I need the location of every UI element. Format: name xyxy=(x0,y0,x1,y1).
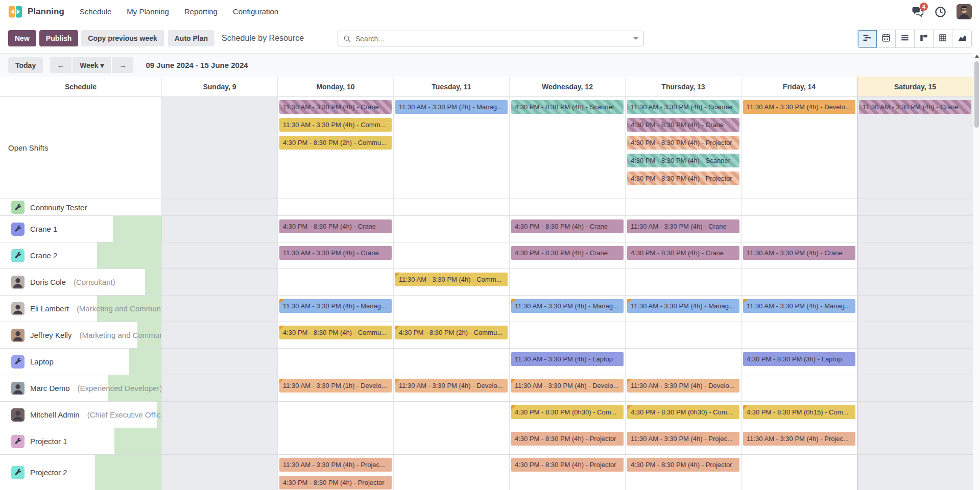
cell-doris-cole-monday-10[interactable] xyxy=(277,269,393,295)
shift-block[interactable]: 11:30 AM - 3:30 PM (4h) - Crane xyxy=(279,246,392,260)
shift-block[interactable]: 11:30 AM - 3:30 PM (4h) - Comm... xyxy=(279,118,392,132)
cell-projector-2-monday-10[interactable]: 11:30 AM - 3:30 PM (4h) - Projec...4:30 … xyxy=(277,455,393,490)
cell-continuity-tester-sunday-9[interactable] xyxy=(161,199,277,215)
view-button-calendar[interactable] xyxy=(877,30,896,47)
cell-doris-cole-wednesday-12[interactable] xyxy=(509,269,625,295)
cell-open-shifts-wednesday-12[interactable]: 4:30 PM - 8:30 PM (4h) - Scanner xyxy=(509,97,625,199)
nav-item-schedule[interactable]: Schedule xyxy=(80,7,112,16)
cell-crane-1-thursday-13[interactable]: 11:30 AM - 3:30 PM (4h) - Crane xyxy=(625,216,741,242)
cell-projector-2-wednesday-12[interactable]: 4:30 PM - 8:30 PM (4h) - Projector xyxy=(509,455,625,490)
cell-crane-1-monday-10[interactable]: 4:30 PM - 8:30 PM (4h) - Crane xyxy=(277,216,393,242)
cell-mitchell-admin-saturday-15[interactable] xyxy=(857,402,973,428)
cell-marc-demo-thursday-13[interactable]: 11:30 AM - 3:30 PM (4h) - Develo... xyxy=(625,375,741,401)
shift-block[interactable]: 11:30 AM - 3:30 PM (4h) - Develo... xyxy=(627,379,739,393)
cell-projector-1-wednesday-12[interactable]: 4:30 PM - 8:30 PM (4h) - Projector xyxy=(509,428,625,454)
cell-projector-2-sunday-9[interactable] xyxy=(161,455,277,490)
today-button[interactable]: Today xyxy=(8,57,43,73)
resource-label-projector-1[interactable]: Projector 1 xyxy=(0,428,161,454)
cell-jeffrey-kelly-tuesday-11[interactable]: 4:30 PM - 8:30 PM (2h) - Commu... xyxy=(393,322,509,348)
cell-crane-2-thursday-13[interactable]: 4:30 PM - 8:30 PM (4h) - Crane xyxy=(625,242,741,268)
cell-crane-2-wednesday-12[interactable]: 4:30 PM - 8:30 PM (4h) - Crane xyxy=(509,242,625,268)
cell-jeffrey-kelly-saturday-15[interactable] xyxy=(857,322,973,348)
resource-label-marc-demo[interactable]: Marc Demo(Experienced Developer) xyxy=(0,375,161,401)
shift-block[interactable]: 11:30 AM - 3:30 PM (4h) - Projec... xyxy=(279,458,392,472)
shift-block[interactable]: 4:30 PM - 8:30 PM (4h) - Projector xyxy=(627,172,739,185)
cell-projector-2-friday-14[interactable] xyxy=(741,455,857,490)
cell-marc-demo-tuesday-11[interactable]: 11:30 AM - 3:30 PM (4h) - Develo... xyxy=(393,375,509,401)
cell-projector-1-saturday-15[interactable] xyxy=(857,428,973,454)
cell-jeffrey-kelly-friday-14[interactable] xyxy=(741,322,857,348)
cell-jeffrey-kelly-thursday-13[interactable] xyxy=(625,322,741,348)
cell-open-shifts-thursday-13[interactable]: 11:30 AM - 3:30 PM (4h) - Scanner4:30 PM… xyxy=(625,97,741,199)
cell-continuity-tester-saturday-15[interactable] xyxy=(857,199,973,215)
copy-previous-week-button[interactable]: Copy previous week xyxy=(81,30,163,46)
view-button-pivot[interactable] xyxy=(934,30,952,47)
shift-block[interactable]: 11:30 AM - 3:30 PM (4h) - Develo... xyxy=(743,100,855,114)
planning-app-icon[interactable] xyxy=(8,5,22,19)
cell-marc-demo-sunday-9[interactable] xyxy=(161,375,277,401)
cell-mitchell-admin-monday-10[interactable] xyxy=(277,402,393,428)
shift-block[interactable]: 11:30 AM - 3:30 PM (4h) - Crane xyxy=(743,246,855,260)
shift-block[interactable]: 4:30 PM - 8:30 PM (2h) - Commu... xyxy=(395,326,508,339)
resource-label-jeffrey-kelly[interactable]: Jeffrey Kelly(Marketing and Community ..… xyxy=(0,322,161,348)
shift-block[interactable]: 11:30 AM - 3:30 PM (4h) - Crane xyxy=(627,219,739,233)
app-name[interactable]: Planning xyxy=(28,7,64,17)
shift-block[interactable]: 4:30 PM - 8:30 PM (4h) - Projector xyxy=(627,136,739,150)
shift-block[interactable]: 4:30 PM - 8:30 PM (4h) - Projector xyxy=(279,476,392,489)
cell-projector-2-tuesday-11[interactable] xyxy=(393,455,509,490)
cell-projector-2-saturday-15[interactable] xyxy=(857,455,973,490)
view-button-kanban[interactable] xyxy=(915,30,934,47)
search-bar[interactable] xyxy=(338,31,644,46)
cell-crane-1-friday-14[interactable] xyxy=(741,216,857,242)
shift-block[interactable]: 4:30 PM - 8:30 PM (4h) - Crane xyxy=(511,246,624,260)
resource-label-projector-2[interactable]: Projector 2 xyxy=(0,455,161,490)
cell-open-shifts-tuesday-11[interactable]: 11:30 AM - 3:30 PM (2h) - Manag... xyxy=(393,97,509,199)
cell-doris-cole-saturday-15[interactable] xyxy=(857,269,973,295)
cell-mitchell-admin-sunday-9[interactable] xyxy=(161,402,277,428)
cell-crane-1-sunday-9[interactable] xyxy=(161,216,277,242)
shift-block[interactable]: 11:30 AM - 3:30 PM (4h) - Manag... xyxy=(627,299,739,313)
cell-projector-2-thursday-13[interactable]: 4:30 PM - 8:30 PM (4h) - Projector xyxy=(625,455,741,490)
shift-block[interactable]: 4:30 PM - 8:30 PM (0h30) - Com... xyxy=(511,405,624,419)
cell-marc-demo-monday-10[interactable]: 11:30 AM - 3:30 PM (1h) - Develo... xyxy=(277,375,393,401)
cell-doris-cole-thursday-13[interactable] xyxy=(625,269,741,295)
shift-block[interactable]: 11:30 AM - 3:30 PM (2h) - Manag... xyxy=(395,100,508,114)
shift-block[interactable]: 11:30 AM - 3:30 PM (4h) - Projec... xyxy=(627,432,739,446)
cell-doris-cole-friday-14[interactable] xyxy=(741,269,857,295)
view-button-gantt[interactable] xyxy=(858,30,877,47)
cell-continuity-tester-thursday-13[interactable] xyxy=(625,199,741,215)
cell-continuity-tester-tuesday-11[interactable] xyxy=(393,199,509,215)
cell-laptop-monday-10[interactable] xyxy=(277,349,393,375)
cell-laptop-wednesday-12[interactable]: 11:30 AM - 3:30 PM (4h) - Laptop xyxy=(509,349,625,375)
cell-marc-demo-saturday-15[interactable] xyxy=(857,375,973,401)
cell-laptop-thursday-13[interactable] xyxy=(625,349,741,375)
cell-eli-lambert-sunday-9[interactable] xyxy=(161,296,277,322)
cell-mitchell-admin-tuesday-11[interactable] xyxy=(393,402,509,428)
shift-block[interactable]: 4:30 PM - 8:30 PM (4h) - Crane xyxy=(279,219,392,233)
shift-block[interactable]: 11:30 AM - 3:30 PM (1h) - Develo... xyxy=(279,379,392,393)
resource-label-eli-lambert[interactable]: Eli Lambert(Marketing and Community ... xyxy=(0,296,161,322)
cell-eli-lambert-monday-10[interactable]: 11:30 AM - 3:30 PM (4h) - Manag... xyxy=(277,296,393,322)
cell-open-shifts-sunday-9[interactable] xyxy=(161,97,277,199)
cell-laptop-tuesday-11[interactable] xyxy=(393,349,509,375)
cell-projector-1-friday-14[interactable]: 11:30 AM - 3:30 PM (4h) - Projec... xyxy=(741,428,857,454)
cell-marc-demo-friday-14[interactable] xyxy=(741,375,857,401)
shift-block[interactable]: 11:30 AM - 3:30 PM (4h) - Manag... xyxy=(511,299,624,313)
shift-block[interactable]: 4:30 PM - 8:30 PM (4h) - Commu... xyxy=(279,326,392,339)
shift-block[interactable]: 11:30 AM - 3:30 PM (4h) - Scanner xyxy=(627,100,739,114)
nav-item-reporting[interactable]: Reporting xyxy=(184,7,218,16)
shift-block[interactable]: 4:30 PM - 8:30 PM (4h) - Crane xyxy=(627,118,739,132)
search-dropdown-caret[interactable] xyxy=(633,37,638,40)
shift-block[interactable]: 4:30 PM - 8:30 PM (4h) - Crane xyxy=(627,246,739,260)
shift-block[interactable]: 4:30 PM - 8:30 PM (4h) - Projector xyxy=(511,458,624,472)
shift-block[interactable]: 4:30 PM - 8:30 PM (4h) - Scanner xyxy=(511,100,624,114)
prev-week-arrow[interactable]: ← xyxy=(50,57,71,73)
cell-crane-1-saturday-15[interactable] xyxy=(857,216,973,242)
shift-block[interactable]: 4:30 PM - 8:30 PM (3h) - Laptop xyxy=(743,352,855,366)
cell-continuity-tester-wednesday-12[interactable] xyxy=(509,199,625,215)
cell-projector-1-thursday-13[interactable]: 11:30 AM - 3:30 PM (4h) - Projec... xyxy=(625,428,741,454)
cell-jeffrey-kelly-monday-10[interactable]: 4:30 PM - 8:30 PM (4h) - Commu... xyxy=(277,322,393,348)
shift-block[interactable]: 4:30 PM - 8:30 PM (0h15) - Com... xyxy=(743,405,855,419)
view-button-graph[interactable] xyxy=(952,30,971,47)
cell-crane-2-monday-10[interactable]: 11:30 AM - 3:30 PM (4h) - Crane xyxy=(277,242,393,268)
